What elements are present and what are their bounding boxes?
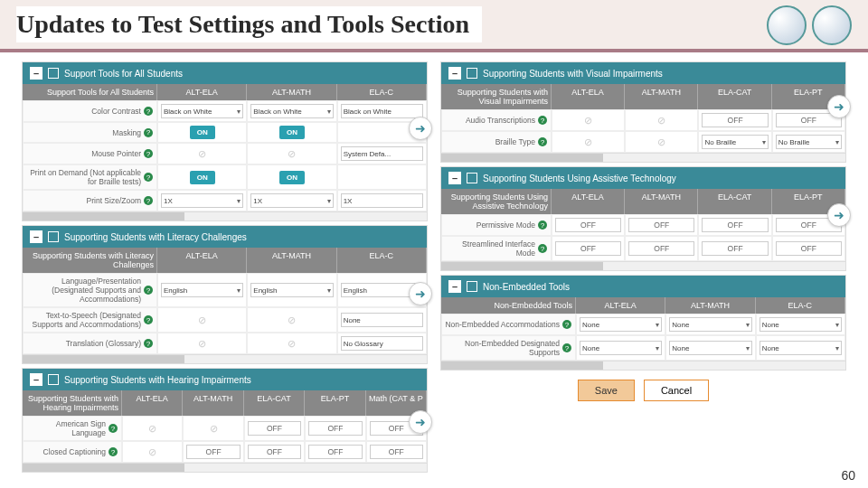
horizontal-scrollbar[interactable]: [23, 463, 427, 472]
settings-panel: –Support Tools for All StudentsSupport T…: [22, 61, 428, 221]
collapse-button[interactable]: –: [448, 172, 461, 184]
dropdown[interactable]: 1X: [161, 193, 243, 208]
setting-label: Closed Captioning?: [23, 441, 122, 463]
collapse-button[interactable]: –: [30, 67, 42, 80]
horizontal-scrollbar[interactable]: [441, 361, 845, 370]
help-icon[interactable]: ?: [144, 128, 153, 137]
help-icon[interactable]: ?: [538, 137, 547, 146]
off-value[interactable]: OFF: [248, 445, 301, 459]
off-value[interactable]: OFF: [248, 421, 301, 436]
dropdown[interactable]: None: [669, 341, 751, 355]
save-button[interactable]: Save: [578, 380, 635, 401]
panel-title: Supporting Students with Hearing Impairm…: [64, 375, 251, 385]
column-header: ELA-CAT: [698, 84, 771, 109]
settings-grid: Supporting Students with Hearing Impairm…: [23, 390, 427, 463]
horizontal-scrollbar[interactable]: [23, 211, 427, 221]
column-header: ALT-ELA: [576, 297, 665, 314]
dropdown[interactable]: English: [250, 283, 333, 297]
off-value[interactable]: OFF: [370, 445, 423, 459]
dropdown[interactable]: None: [580, 341, 662, 355]
settings-grid: Supporting Students with Literacy Challe…: [23, 248, 427, 354]
horizontal-scrollbar[interactable]: [441, 153, 845, 162]
collapse-button[interactable]: –: [30, 230, 42, 243]
dropdown[interactable]: 1X: [250, 193, 333, 208]
horizontal-scrollbar[interactable]: [23, 354, 427, 363]
toggle-on[interactable]: ON: [279, 126, 305, 139]
off-value[interactable]: OFF: [186, 445, 240, 459]
cancel-button[interactable]: Cancel: [644, 380, 709, 401]
text-input[interactable]: System Defa...: [341, 146, 423, 161]
dropdown[interactable]: No Braille: [702, 135, 768, 149]
off-value[interactable]: OFF: [702, 113, 768, 127]
value-cell: OFF: [772, 236, 845, 261]
help-icon[interactable]: ?: [144, 173, 153, 182]
column-header: ELA-CAT: [698, 189, 771, 214]
column-header: ELA-PT: [305, 390, 365, 416]
setting-label: Mouse Pointer?: [23, 143, 157, 164]
dropdown[interactable]: Black on White: [250, 104, 333, 118]
help-icon[interactable]: ?: [562, 320, 571, 329]
dropdown[interactable]: English: [161, 283, 243, 297]
panel-header: –Support Tools for All Students: [23, 62, 427, 84]
settings-grid: Non-Embedded ToolsALT-ELAALT-MATHELA-CNo…: [441, 297, 845, 361]
help-icon[interactable]: ?: [144, 196, 153, 205]
settings-panel: –Supporting Students Using Assistive Tec…: [440, 166, 846, 271]
help-icon[interactable]: ?: [144, 339, 153, 348]
off-value[interactable]: OFF: [308, 421, 362, 436]
help-icon[interactable]: ?: [108, 424, 118, 433]
help-icon[interactable]: ?: [538, 116, 547, 125]
help-icon[interactable]: ?: [144, 315, 153, 324]
settings-panel: –Supporting Students with Visual Impairm…: [440, 61, 846, 163]
help-icon[interactable]: ?: [108, 447, 118, 456]
off-value[interactable]: OFF: [702, 218, 768, 232]
horizontal-scrollbar[interactable]: [441, 261, 845, 270]
text-input[interactable]: No Glossary: [341, 336, 423, 351]
dropdown[interactable]: None: [669, 317, 751, 332]
toggle-on[interactable]: ON: [190, 171, 215, 184]
off-value[interactable]: OFF: [628, 218, 694, 232]
toggle-on[interactable]: ON: [279, 171, 305, 184]
collapse-button[interactable]: –: [448, 67, 461, 80]
settings-grid: Supporting Students Using Assistive Tech…: [441, 189, 845, 261]
help-icon[interactable]: ?: [144, 286, 153, 295]
collapse-button[interactable]: –: [30, 373, 42, 386]
value-cell: OFF: [698, 109, 771, 131]
value-cell: None: [337, 307, 427, 333]
value-cell: OFF: [552, 214, 625, 236]
off-value[interactable]: OFF: [776, 241, 842, 256]
panel-icon: [467, 173, 477, 183]
value-cell: No Glossary: [337, 333, 427, 354]
row-header-label: Supporting Students Using Assistive Tech…: [441, 189, 552, 214]
help-icon[interactable]: ?: [538, 221, 547, 230]
page-title: Updates to Test Settings and Tools Secti…: [16, 6, 482, 42]
help-icon[interactable]: ?: [538, 244, 547, 253]
off-value[interactable]: OFF: [702, 241, 768, 256]
help-icon[interactable]: ?: [144, 149, 153, 158]
help-icon[interactable]: ?: [562, 343, 571, 352]
value-cell: OFF: [183, 441, 243, 463]
value-cell: ⊘: [157, 333, 247, 354]
dropdown[interactable]: None: [760, 341, 842, 355]
value-cell: Black on White: [157, 100, 247, 122]
panel-title: Non-Embedded Tools: [483, 282, 570, 292]
value-cell: ⊘: [122, 441, 183, 463]
help-icon[interactable]: ?: [144, 107, 153, 116]
off-value[interactable]: OFF: [555, 241, 621, 256]
value-cell: OFF: [698, 214, 771, 236]
off-value[interactable]: OFF: [555, 218, 621, 232]
dropdown[interactable]: None: [760, 317, 842, 332]
dropdown[interactable]: Black on White: [161, 104, 243, 118]
off-value[interactable]: OFF: [628, 241, 694, 256]
collapse-button[interactable]: –: [448, 280, 461, 293]
toggle-on[interactable]: ON: [190, 126, 215, 139]
value-cell: None: [576, 314, 665, 335]
text-input[interactable]: 1X: [341, 193, 423, 208]
text-input[interactable]: Black on White: [341, 104, 423, 118]
column-header: ALT-MATH: [625, 84, 698, 109]
disabled-icon: ⊘: [198, 338, 206, 350]
off-value[interactable]: OFF: [308, 445, 362, 459]
dropdown[interactable]: None: [580, 317, 662, 332]
dropdown[interactable]: No Braille: [776, 135, 842, 149]
text-input[interactable]: None: [341, 313, 423, 327]
settings-grid: Supporting Students with Visual Impairme…: [441, 84, 845, 153]
